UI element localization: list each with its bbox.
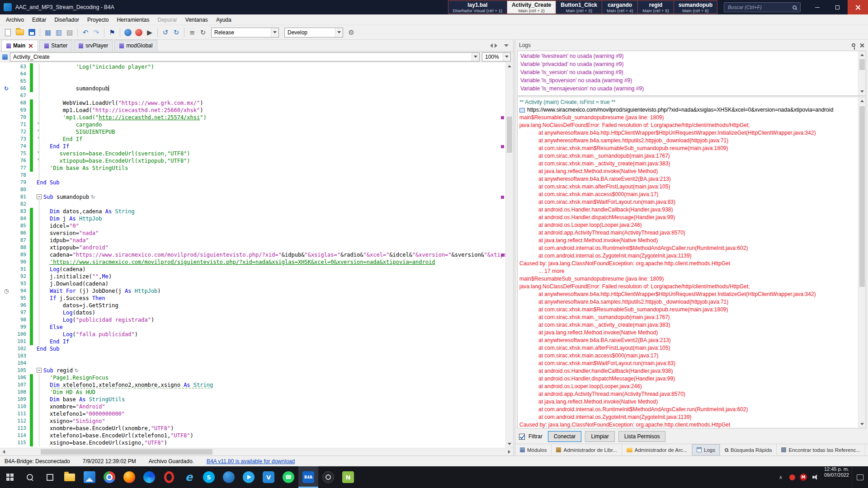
line-number[interactable]: 109: [0, 396, 30, 403]
code-line[interactable]: 75' sversion=base.EncodeUrl(sversion,"UT…: [0, 150, 505, 157]
code-line[interactable]: 114 xtelefono1=base.EncodeUrl(xtelefono1…: [0, 432, 505, 439]
whatsapp-icon[interactable]: ☎: [278, 466, 298, 488]
shortcut-tab-button1-click[interactable]: Button1_ClickMain (ctrl + 3): [556, 0, 602, 14]
menu-ayuda[interactable]: Ayuda: [212, 15, 236, 24]
code-line[interactable]: 109 Dim base As StringUtils: [0, 396, 505, 403]
line-number[interactable]: 104: [0, 360, 30, 367]
menu-disenador[interactable]: Diseñador: [50, 15, 83, 24]
zoom-select[interactable]: 100%: [482, 52, 511, 61]
scroll-left-icon[interactable]: [0, 448, 8, 455]
settings-icon[interactable]: ⚙: [346, 28, 356, 38]
line-number[interactable]: 63: [0, 63, 30, 70]
close-button[interactable]: [848, 0, 868, 14]
obs-icon[interactable]: [318, 466, 338, 488]
code-line[interactable]: 86 sversion="nada": [0, 230, 505, 237]
scroll-right-icon[interactable]: [505, 448, 513, 455]
conectar-button[interactable]: Conectar: [548, 431, 582, 442]
code-line[interactable]: 99 Else: [0, 324, 505, 331]
shortcut-tab-sumandopub[interactable]: sumandopubMain (ctrl + 6): [674, 0, 717, 14]
search-button[interactable]: [20, 466, 40, 488]
chrome-icon[interactable]: [99, 466, 119, 488]
line-number[interactable]: 79: [0, 179, 30, 186]
line-number[interactable]: 98: [0, 316, 30, 324]
opera-icon[interactable]: [159, 466, 179, 488]
code-line[interactable]: 90 'https://www.siracmexico.com/movilpro…: [0, 258, 505, 266]
tray-expand-icon[interactable]: ∧: [777, 473, 785, 481]
minimize-button[interactable]: [807, 0, 827, 14]
internet-explorer-icon[interactable]: e: [179, 466, 199, 488]
code-line[interactable]: 88 xtipopub="android": [0, 244, 505, 251]
code-line[interactable]: 108 'Dim HD As HUD: [0, 389, 505, 396]
code-line[interactable]: 68 WebView1.LoadUrl("https://www.grk.com…: [0, 99, 505, 107]
notepad-icon[interactable]: N: [338, 466, 358, 488]
panel-tab-busqueda-rapida[interactable]: Búsqueda Rápida: [720, 444, 777, 455]
panel-tab-modulos[interactable]: Módulos: [515, 444, 552, 455]
navigate-forward-icon[interactable]: ↻: [171, 28, 181, 38]
code-line[interactable]: 87 idpub="nada": [0, 237, 505, 244]
line-number[interactable]: 105: [0, 367, 30, 374]
code-line[interactable]: 82: [0, 201, 505, 208]
code-line[interactable]: 79End Sub: [0, 179, 505, 186]
line-number[interactable]: 97: [0, 309, 30, 316]
fold-collapse-icon[interactable]: [37, 368, 42, 373]
line-number[interactable]: 85: [0, 222, 30, 230]
file-tab-modglobal[interactable]: modGlobal: [114, 40, 157, 51]
line-number[interactable]: 76: [0, 157, 30, 164]
scroll-up-icon[interactable]: [859, 97, 866, 105]
code-line[interactable]: 83 Dim datos,cadena As String: [0, 208, 505, 215]
save-all-icon[interactable]: [28, 29, 35, 36]
b4a-taskbar-icon[interactable]: B4A: [298, 466, 318, 488]
task-view-button[interactable]: [40, 466, 60, 488]
redo-icon[interactable]: ↷: [91, 28, 101, 38]
build-configuration-select[interactable]: Release: [211, 28, 279, 38]
fold-collapse-icon[interactable]: [37, 194, 42, 199]
tab-list-icon[interactable]: [504, 44, 509, 49]
line-number[interactable]: 106: [0, 374, 30, 381]
scroll-up-icon[interactable]: [506, 62, 513, 70]
start-button[interactable]: [0, 466, 20, 488]
firefox-icon[interactable]: [119, 466, 139, 488]
stop-icon[interactable]: [135, 29, 142, 36]
code-line[interactable]: 97 Log(datos): [0, 309, 505, 316]
code-line[interactable]: 112 xsigno="SinSigno": [0, 418, 505, 425]
line-number[interactable]: 92: [0, 273, 30, 280]
code-line[interactable]: 70 'mp1.Load("http://icecasthd.net:25574…: [0, 114, 505, 121]
code-line[interactable]: 77 'Dim base As StringUtils: [0, 164, 505, 172]
modules-grid-icon[interactable]: ▤: [65, 28, 75, 38]
scroll-down-icon[interactable]: [859, 420, 866, 428]
line-number[interactable]: 88: [0, 244, 30, 251]
editor-vertical-scrollbar[interactable]: [505, 62, 513, 448]
navigate-back-icon[interactable]: ↺: [160, 28, 170, 38]
line-number[interactable]: 110: [0, 403, 30, 410]
line-number[interactable]: 74: [0, 143, 30, 150]
editor-horizontal-scrollbar[interactable]: [0, 448, 513, 455]
line-number[interactable]: 84: [0, 215, 30, 222]
telegram-icon[interactable]: [239, 466, 259, 488]
menu-ventanas[interactable]: Ventanas: [181, 15, 212, 24]
code-line[interactable]: 115 xsigno=base.EncodeUrl(xsigno,"UTF8"): [0, 439, 505, 446]
photos-icon[interactable]: [80, 466, 99, 488]
line-number[interactable]: 64: [0, 70, 30, 78]
code-line[interactable]: 72' SIGUIENTEPUB: [0, 128, 505, 136]
update-link[interactable]: B4A v11.80 is available for download: [207, 458, 295, 465]
code-line[interactable]: 69 mp1.Load("http://icecasthd.net:25660/…: [0, 107, 505, 114]
file-tab-main[interactable]: Main: [1, 40, 38, 51]
layout-grid-icon[interactable]: ▥: [54, 28, 64, 38]
line-number[interactable]: 91: [0, 266, 30, 273]
code-line[interactable]: 113 xnombre=base.EncodeUrl(xnombre,"UTF8…: [0, 425, 505, 432]
scroll-up-icon[interactable]: [859, 51, 866, 59]
connect-device-icon[interactable]: [124, 29, 132, 36]
visual-studio-icon[interactable]: V: [259, 466, 278, 488]
line-number[interactable]: 87: [0, 237, 30, 244]
code-line[interactable]: 78: [0, 172, 505, 179]
code-line[interactable]: 107 Dim xtelefono1,xtelefono2,xnombre,xs…: [0, 381, 505, 389]
code-line[interactable]: 73' End If: [0, 136, 505, 143]
code-line[interactable]: 98 Log("publicidad registrada"): [0, 316, 505, 324]
line-number[interactable]: 69: [0, 107, 30, 114]
maximize-button[interactable]: [827, 0, 848, 14]
volume-icon[interactable]: [811, 474, 819, 481]
code-line[interactable]: 111 xtelefono1="0000000000": [0, 410, 505, 418]
code-line[interactable]: 93 j.Download(cadena): [0, 280, 505, 287]
line-number[interactable]: 82: [0, 201, 30, 208]
panel-tab-encontrar-todas-las-referenc[interactable]: Encontrar todas las Referenc...: [777, 444, 865, 455]
